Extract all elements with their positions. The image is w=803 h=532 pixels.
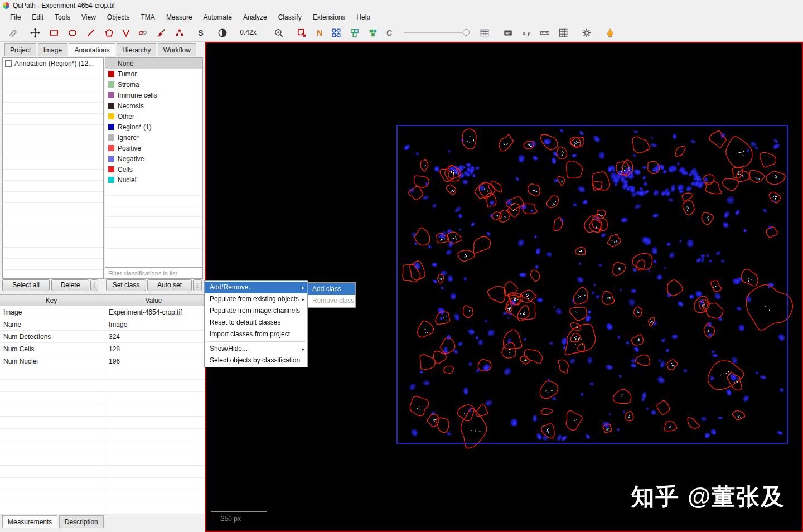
class-row-region[interactable]: Region* (1)	[105, 122, 202, 132]
menu-item-populate-channels[interactable]: Populate from image channels	[205, 305, 307, 317]
menu-item-add-remove[interactable]: Add/Remove...▸	[205, 282, 307, 293]
table-row-num-cells[interactable]: Num Cells128	[0, 343, 204, 355]
polygon-tool-icon[interactable]	[102, 26, 117, 40]
tab-image[interactable]: Image	[38, 43, 67, 56]
class-row-tumor[interactable]: Tumor	[105, 69, 202, 79]
annotation-list[interactable]: Annotation (Region*) (12...	[2, 57, 104, 279]
select-all-button[interactable]: Select all	[2, 279, 50, 291]
brightness-contrast-icon[interactable]	[215, 26, 230, 40]
class-row-none[interactable]: None	[105, 58, 202, 69]
menu-objects[interactable]: Objects	[101, 12, 136, 23]
show-log-flame-icon[interactable]	[603, 26, 617, 40]
table-row-num-detections[interactable]: Num Detections324	[0, 331, 204, 343]
menu-view[interactable]: View	[76, 12, 101, 23]
class-row-ignore[interactable]: Ignore*	[105, 132, 202, 143]
table-row-empty[interactable]	[0, 404, 204, 417]
brush-tool-icon[interactable]	[154, 26, 168, 40]
menu-extensions[interactable]: Extensions	[307, 12, 351, 23]
table-row-name[interactable]: NameImage	[0, 318, 204, 331]
menu-classify[interactable]: Classify	[273, 12, 307, 23]
annotation-label-icon[interactable]	[501, 26, 515, 40]
tma-grid-toggle[interactable]	[329, 26, 344, 40]
table-row-empty[interactable]	[0, 392, 204, 404]
delete-button[interactable]: Delete	[51, 279, 89, 291]
magnification-value[interactable]: 0.42x	[235, 26, 262, 40]
show-connections-toggle[interactable]: C	[382, 26, 396, 40]
points-tool-icon[interactable]	[172, 26, 187, 40]
auto-set-button[interactable]: Auto set	[147, 279, 192, 291]
selection-mode-toggle[interactable]: S	[194, 26, 208, 40]
tab-annotations[interactable]: Annotations	[69, 43, 114, 56]
tab-description[interactable]: Description	[59, 515, 104, 528]
menu-automate[interactable]: Automate	[198, 12, 238, 23]
menu-item-select-objects[interactable]: Select objects by classification	[205, 355, 307, 366]
annotation-list-item[interactable]: Annotation (Region*) (12...	[3, 58, 103, 69]
tab-measurements[interactable]: Measurements	[2, 515, 57, 528]
menu-help[interactable]: Help	[351, 12, 376, 23]
more-options-button-right[interactable]: ⋮	[193, 279, 202, 291]
table-row-empty[interactable]	[0, 417, 204, 429]
line-tool-icon[interactable]	[84, 26, 98, 40]
show-annotations-toggle[interactable]	[294, 26, 309, 40]
menu-measure[interactable]: Measure	[161, 12, 198, 23]
table-row-empty[interactable]	[0, 453, 204, 466]
menu-item-remove-class[interactable]: Remove class	[308, 295, 355, 307]
pin-panel-icon[interactable]	[5, 26, 20, 40]
rectangle-tool-icon[interactable]	[47, 26, 61, 40]
table-row-empty[interactable]	[0, 502, 204, 515]
table-row-empty[interactable]	[0, 380, 204, 392]
show-detections-toggle[interactable]	[347, 26, 362, 40]
menu-item-reset-default[interactable]: Reset to default classes	[205, 317, 307, 328]
class-row-stroma[interactable]: Stroma	[105, 79, 202, 90]
grid-overlay-icon[interactable]	[556, 26, 570, 40]
class-label: Nuclei	[118, 176, 136, 184]
link-tool-icon[interactable]	[136, 26, 150, 40]
scale-bar-label: 250 px	[221, 515, 267, 523]
class-row-cells[interactable]: Cells	[105, 164, 202, 175]
preferences-gear-icon[interactable]	[579, 26, 594, 40]
class-row-negative[interactable]: Negative	[105, 153, 202, 164]
show-names-toggle[interactable]: N	[312, 26, 327, 40]
fill-detections-toggle[interactable]	[366, 26, 380, 40]
menu-item-populate-existing[interactable]: Populate from existing objects▸	[205, 293, 307, 305]
class-row-necrosis[interactable]: Necrosis	[105, 100, 202, 111]
class-color-swatch	[108, 81, 114, 88]
zoom-to-fit-icon[interactable]	[272, 26, 286, 40]
table-row-empty[interactable]	[0, 441, 204, 453]
class-list[interactable]: None Tumor Stroma Immune cells Necrosis …	[105, 57, 203, 267]
table-row-image[interactable]: ImageExperiment-4654-crop.tif	[0, 306, 204, 318]
menu-tma[interactable]: TMA	[136, 12, 161, 23]
table-row-empty[interactable]	[0, 429, 204, 441]
class-row-nuclei[interactable]: Nuclei	[105, 175, 202, 185]
opacity-slider-thumb[interactable]	[463, 29, 470, 36]
ruler-icon[interactable]	[538, 26, 552, 40]
measurement-table-icon[interactable]	[477, 26, 492, 40]
xy-coordinates-icon[interactable]: x,y	[519, 26, 534, 40]
opacity-slider[interactable]	[404, 29, 470, 36]
menu-edit[interactable]: Edit	[26, 12, 49, 23]
menu-item-show-hide[interactable]: Show/Hide...▸	[205, 343, 307, 355]
annotation-checkbox[interactable]	[5, 60, 12, 67]
more-options-button-left[interactable]: ⋮	[90, 279, 98, 291]
ellipse-tool-icon[interactable]	[65, 26, 80, 40]
table-row-empty[interactable]	[0, 478, 204, 490]
class-filter-input[interactable]	[105, 267, 203, 279]
class-row-other[interactable]: Other	[105, 111, 202, 122]
set-class-button[interactable]: Set class	[106, 279, 146, 291]
menu-item-import-classes[interactable]: Import classes from project	[205, 328, 307, 340]
table-row-empty[interactable]	[0, 367, 204, 380]
menu-tools[interactable]: Tools	[49, 12, 76, 23]
tab-project[interactable]: Project	[4, 43, 36, 56]
table-row-empty[interactable]	[0, 466, 204, 478]
class-row-positive[interactable]: Positive	[105, 143, 202, 153]
tab-workflow[interactable]: Workflow	[158, 43, 196, 56]
table-row-empty[interactable]	[0, 490, 204, 502]
tab-hierarchy[interactable]: Hierarchy	[117, 43, 156, 56]
class-row-immune-cells[interactable]: Immune cells	[105, 90, 202, 100]
table-row-num-nuclei[interactable]: Num Nuclei196	[0, 355, 204, 367]
menu-analyze[interactable]: Analyze	[238, 12, 273, 23]
menu-file[interactable]: File	[4, 12, 26, 23]
move-tool-icon[interactable]	[28, 26, 42, 40]
menu-item-add-class[interactable]: Add class	[308, 283, 355, 295]
polyline-tool-icon[interactable]	[119, 26, 133, 40]
